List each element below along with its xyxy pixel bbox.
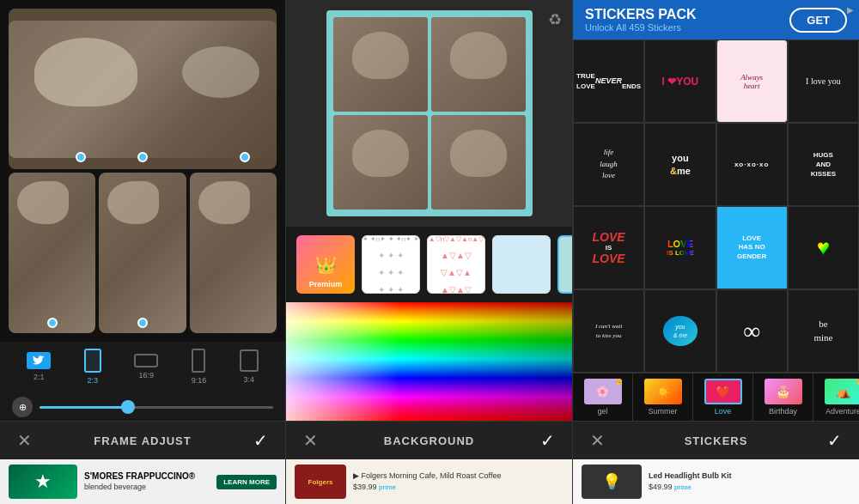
resize-handle-bm[interactable] bbox=[137, 318, 148, 328]
ratio-9-16-label: 9:16 bbox=[192, 376, 207, 385]
stickers-pack-subtitle: Unlock All 459 Stickers bbox=[585, 22, 697, 33]
adventure-thumb: ⛺ 👑 bbox=[825, 379, 860, 404]
collage-cell-tl bbox=[333, 17, 428, 112]
top-photo bbox=[9, 9, 277, 169]
sticker-life-laugh[interactable]: lifelaughlove bbox=[573, 123, 644, 206]
starbucks-icon: ★ bbox=[34, 471, 52, 493]
bottom-photo-1 bbox=[9, 173, 95, 333]
sticker-always[interactable]: Alwaysheart bbox=[716, 39, 788, 123]
cancel-button[interactable]: ✕ bbox=[17, 430, 32, 451]
stickers-label: STICKERS bbox=[685, 434, 748, 447]
sticker-love-no-gender[interactable]: LOVEHAS NOGENDER bbox=[716, 206, 788, 289]
stickers-pack-info: STICKERS PACK Unlock All 459 Stickers bbox=[585, 7, 697, 33]
sticker-you-and-me[interactable]: you&me bbox=[644, 123, 716, 206]
learn-more-button[interactable]: LEARN MORE bbox=[216, 475, 277, 489]
dog-cell-bl bbox=[333, 115, 428, 209]
triangles-pattern: ▲▽▲▽▽▲▽▲▲▽▲▽ bbox=[427, 235, 485, 294]
photo-collage bbox=[0, 0, 285, 342]
background-cancel-button[interactable]: ✕ bbox=[303, 430, 318, 451]
frame-slider-thumb[interactable] bbox=[121, 400, 135, 414]
sticker-xoxo[interactable]: xo·xo·xo bbox=[716, 123, 788, 206]
sticker-be-mine[interactable]: bemine bbox=[788, 289, 859, 373]
get-stickers-button[interactable]: GET bbox=[789, 8, 847, 33]
stickers-pack-header: STICKERS PACK Unlock All 459 Stickers GE… bbox=[573, 0, 859, 39]
background-label: BACKGROUND bbox=[384, 434, 474, 447]
bottom-photo-3 bbox=[190, 173, 277, 333]
resize-handle-left[interactable] bbox=[76, 152, 86, 162]
sticker-i-love-you[interactable]: I love you bbox=[788, 39, 859, 123]
frame-slider-container: ⊕ bbox=[0, 392, 285, 421]
premium-background-tile[interactable]: 👑 Premium bbox=[296, 235, 355, 294]
frame-slider-track[interactable] bbox=[40, 406, 273, 409]
ratio-2-1-label: 2:1 bbox=[34, 373, 45, 381]
love-thumb: ❤️ bbox=[704, 379, 742, 404]
sticker-cat-prev[interactable]: 🌸 👑 gel bbox=[573, 373, 633, 421]
sticker-cat-birthday[interactable]: 🎂 Birthday bbox=[753, 373, 813, 421]
ratio-3-4-label: 3:4 bbox=[243, 375, 254, 384]
prev-thumb: 🌸 👑 bbox=[584, 379, 622, 404]
ratio-3-4[interactable]: 3:4 bbox=[240, 349, 259, 384]
ad-banner-folgers[interactable]: Folgers ▶ Folgers Morning Cafe, Mild Roa… bbox=[286, 459, 572, 504]
folgers-price: $39.99 bbox=[353, 483, 377, 491]
stickers-confirm-button[interactable]: ✓ bbox=[827, 430, 842, 451]
collage-frame bbox=[326, 10, 533, 216]
resize-handle-right[interactable] bbox=[240, 152, 250, 162]
bottom-photo-2 bbox=[99, 173, 186, 333]
dog-image-bm bbox=[99, 173, 186, 333]
summer-label: Summer bbox=[648, 407, 677, 416]
sticker-cat-summer[interactable]: ☀️ Summer bbox=[633, 373, 693, 421]
pattern-tile-1[interactable]: ✦ ✦ ✦✦ ✦ ✦✦ ✦ ✦ bbox=[362, 235, 420, 294]
sticker-cat-adventure[interactable]: ⛺ 👑 Adventure bbox=[813, 373, 859, 421]
crown-badge: 👑 bbox=[615, 379, 622, 385]
ratio-2-1[interactable]: 2:1 bbox=[27, 352, 51, 381]
sticker-love-you[interactable]: I ❤YOU bbox=[644, 39, 716, 123]
photo-ratio-icon bbox=[240, 349, 259, 372]
pattern-tile-3[interactable] bbox=[492, 235, 551, 294]
sticker-hugs-kisses[interactable]: HUGSANDKISSES bbox=[788, 123, 859, 206]
led-ad-image: 💡 bbox=[582, 465, 642, 499]
color-gradient[interactable] bbox=[286, 302, 572, 421]
sticker-categories: 🌸 👑 gel ☀️ Summer ❤️ Love 🎂 Birthday bbox=[573, 373, 859, 421]
sticker-heart-rainbow[interactable]: ♥ bbox=[788, 206, 859, 289]
sticker-oval[interactable]: you& me bbox=[644, 289, 716, 373]
ratio-16-9[interactable]: 16:9 bbox=[134, 354, 158, 380]
recycle-icon-2[interactable]: ♻ bbox=[548, 10, 562, 29]
ratio-2-3-label: 2:3 bbox=[87, 376, 98, 385]
ad-banner-starbucks[interactable]: ★ S'MORES FRAPPUCCINO® blended beverage … bbox=[0, 459, 285, 504]
collage-cell-bottom bbox=[333, 115, 526, 209]
sticker-infinity[interactable]: ∞ bbox=[716, 289, 788, 373]
resize-handle-bl[interactable] bbox=[47, 318, 58, 328]
pattern-tile-4[interactable]: ✦ ✦✦ ✦ bbox=[557, 235, 572, 294]
folgers-ad-text: ▶ Folgers Morning Cafe, Mild Roast Coffe… bbox=[353, 471, 564, 492]
ratio-9-16[interactable]: 9:16 bbox=[192, 349, 207, 385]
folgers-logo: Folgers bbox=[295, 465, 346, 499]
resize-handle[interactable] bbox=[137, 152, 148, 162]
background-confirm-button[interactable]: ✓ bbox=[540, 430, 555, 451]
sticker-true-love[interactable]: TRUE LOVEneverENDS bbox=[573, 39, 644, 123]
frame-adjust-label: FRAME ADJUST bbox=[94, 434, 191, 447]
led-title: Led Headlight Bulb Kit bbox=[649, 471, 732, 480]
stickers-bottom-bar: ✕ STICKERS ✓ bbox=[573, 421, 859, 459]
summer-thumb: ☀️ bbox=[644, 379, 682, 404]
wide-ratio-icon bbox=[134, 354, 158, 367]
ratio-2-3[interactable]: 2:3 bbox=[84, 349, 101, 385]
dog-image-br bbox=[190, 173, 277, 333]
collage-cell-bl bbox=[333, 115, 428, 209]
background-bottom-bar: ✕ BACKGROUND ✓ bbox=[286, 421, 572, 459]
confirm-button[interactable]: ✓ bbox=[253, 430, 268, 451]
ad-banner-led[interactable]: 💡 Led Headlight Bulb Kit $49.99 prime ▶ bbox=[573, 459, 859, 504]
collage-preview bbox=[286, 0, 572, 227]
color-picker[interactable] bbox=[286, 302, 572, 421]
tall-ratio-icon bbox=[192, 349, 205, 373]
premium-crown-icon: 👑 bbox=[315, 254, 337, 275]
panel-frame-adjust: ♻ 2:1 2:3 bbox=[0, 0, 286, 504]
stickers-cancel-button[interactable]: ✕ bbox=[590, 430, 605, 451]
birthday-label: Birthday bbox=[769, 407, 797, 416]
sticker-cat-love[interactable]: ❤️ Love bbox=[693, 373, 753, 421]
sticker-cant-wait[interactable]: I can't waitto kiss you bbox=[573, 289, 644, 373]
pattern-tile-2[interactable]: ▲▽▲▽▽▲▽▲▲▽▲▽ bbox=[427, 235, 485, 294]
dog-cell-tr bbox=[431, 17, 526, 112]
sticker-love-is-love-red[interactable]: LOVE IS LOVE bbox=[573, 206, 644, 289]
sticker-love-rainbow[interactable]: LOVE IS LOVE bbox=[644, 206, 716, 289]
dog-image-bl bbox=[9, 173, 95, 333]
